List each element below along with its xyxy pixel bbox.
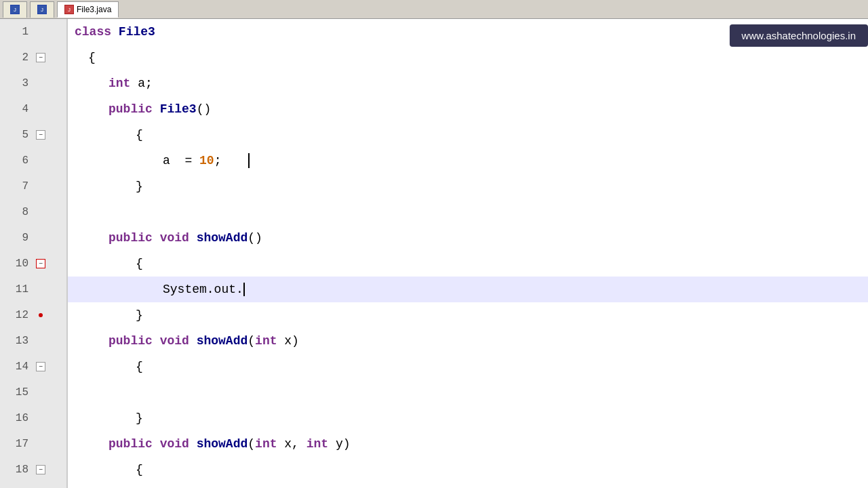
line-number-row-1: 1 (0, 19, 66, 45)
line-number-row-9: 9 (0, 225, 66, 251)
line-num-8: 8 (0, 206, 34, 218)
line-number-row-7: 7 (0, 174, 66, 199)
code-line-13: public void showAdd(int x) (68, 328, 868, 354)
editor-container: www.ashatechnologies.in 1 2 − 3 4 5 − (0, 19, 868, 488)
code-line-4: public File3() (68, 96, 868, 122)
line-number-row-14: 14 − (0, 354, 66, 380)
code-line-15 (68, 380, 868, 405)
line-number-row-15: 15 (0, 380, 66, 405)
code-line-2: { (68, 45, 868, 70)
line-num-7: 7 (0, 180, 34, 192)
line-num-2: 2 (0, 52, 34, 64)
system-out: System.out. (163, 283, 243, 296)
method-showAdd-1: showAdd (197, 231, 248, 245)
code-line-14: { (68, 354, 868, 380)
fold-box-2[interactable]: − (34, 53, 47, 62)
line-number-row-8: 8 (0, 199, 66, 225)
line-number-row-3: 3 (0, 70, 66, 96)
line-num-10: 10 (0, 258, 34, 270)
kw-public-1: public (108, 102, 153, 116)
kw-public-3: public (108, 334, 153, 348)
tab-3-label: File3.java (77, 5, 111, 14)
line-numbers: 1 2 − 3 4 5 − 6 (0, 19, 68, 488)
method-constructor: File3 (160, 102, 197, 116)
line-number-row-18: 18 − (0, 457, 66, 483)
watermark: www.ashatechnologies.in (730, 24, 868, 47)
code-line-9: public void showAdd() (68, 225, 868, 251)
line-num-6: 6 (0, 155, 34, 167)
line-num-12: 12 (0, 309, 34, 321)
cursor-line6 (248, 153, 250, 168)
line-number-row-10: 10 − (0, 251, 66, 277)
code-line-3: int a; (68, 70, 868, 96)
line-num-14: 14 (0, 361, 34, 373)
tab-1[interactable]: J (3, 1, 27, 18)
tab-3-icon: J (64, 5, 74, 14)
line-num-1: 1 (0, 26, 34, 38)
tab-2[interactable]: J (30, 1, 54, 18)
line-number-row-16: 16 (0, 405, 66, 431)
line-num-5: 5 (0, 129, 34, 141)
line-num-4: 4 (0, 103, 34, 115)
kw-class: class (75, 25, 111, 39)
code-line-6: a = 10; (68, 148, 868, 174)
line-num-3: 3 (0, 77, 34, 89)
tab-1-icon: J (10, 5, 20, 14)
line-number-row-6: 6 (0, 148, 66, 174)
line-num-13: 13 (0, 335, 34, 347)
line-number-row-4: 4 (0, 96, 66, 122)
kw-int-2: int (255, 334, 277, 348)
fold-area-12 (34, 313, 47, 317)
line-number-row-5: 5 − (0, 122, 66, 148)
kw-int-4: int (307, 437, 328, 451)
code-line-12: } (68, 302, 868, 328)
kw-void-1: void (160, 231, 189, 245)
kw-int-1: int (108, 77, 130, 90)
code-line-16: } (68, 405, 868, 431)
method-showAdd-3: showAdd (197, 437, 248, 451)
tab-3-active[interactable]: J File3.java (57, 1, 119, 18)
line-num-16: 16 (0, 412, 34, 424)
code-line-7: } (68, 174, 868, 199)
kw-void-2: void (160, 334, 189, 348)
method-showAdd-2: showAdd (197, 334, 248, 348)
line-num-9: 9 (0, 232, 34, 244)
line-number-row-12: 12 (0, 302, 66, 328)
code-line-5: { (68, 122, 868, 148)
fold-box-14[interactable]: − (34, 362, 47, 371)
line-num-11: 11 (0, 283, 34, 296)
classname-file3: File3 (119, 25, 155, 39)
tab-2-icon: J (37, 5, 47, 14)
kw-int-3: int (255, 437, 277, 451)
code-line-8 (68, 199, 868, 225)
kw-public-2: public (108, 231, 153, 245)
code-line-10: { (68, 251, 868, 277)
text-cursor (243, 283, 245, 296)
kw-public-4: public (108, 437, 153, 451)
kw-void-3: void (160, 437, 189, 451)
line-num-15: 15 (0, 386, 34, 399)
number-10: 10 (199, 154, 214, 167)
line-number-row-17: 17 (0, 431, 66, 457)
line-number-row-13: 13 (0, 328, 66, 354)
code-line-18: { (68, 457, 868, 483)
code-line-11[interactable]: System.out. (68, 277, 868, 302)
line-number-row-2: 2 − (0, 45, 66, 70)
fold-box-5[interactable]: − (34, 130, 47, 140)
line-num-18: 18 (0, 464, 34, 476)
code-line-17: public void showAdd(int x, int y) (68, 431, 868, 457)
code-area[interactable]: class File3 { int a; public File3() { a … (68, 19, 868, 488)
line-num-17: 17 (0, 438, 34, 450)
line-number-row-11: 11 (0, 277, 66, 302)
fold-box-10[interactable]: − (34, 259, 47, 268)
fold-box-18[interactable]: − (34, 465, 47, 474)
top-bar: J J J File3.java (0, 0, 868, 19)
